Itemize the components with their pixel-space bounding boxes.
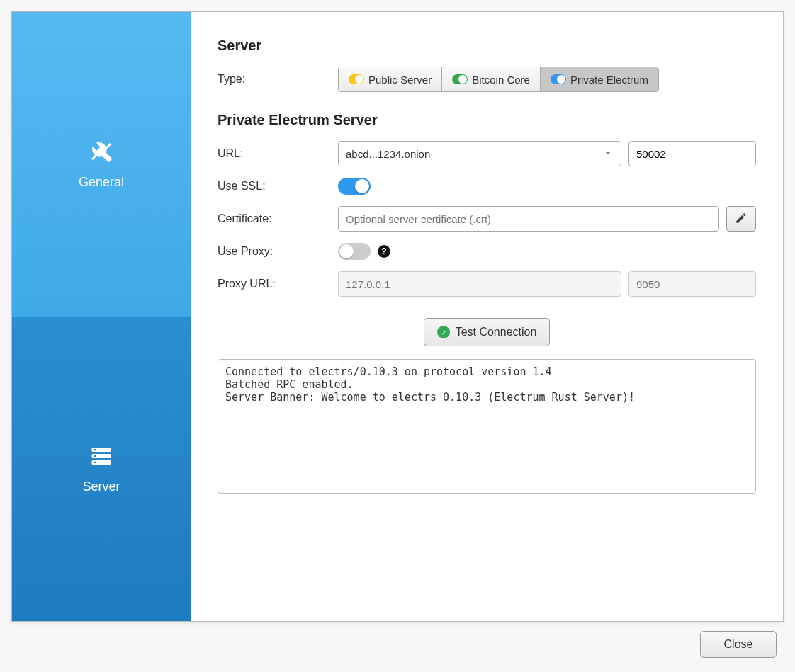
url-combobox[interactable]	[338, 141, 621, 166]
connection-output[interactable]	[218, 359, 756, 494]
sidebar-item-server[interactable]: Server	[12, 317, 191, 621]
svg-point-4	[94, 455, 96, 457]
type-core-label: Bitcoin Core	[472, 74, 530, 86]
help-icon[interactable]: ?	[378, 245, 390, 258]
sidebar-general-label: General	[79, 175, 124, 190]
proxy-url-label: Proxy URL:	[218, 278, 338, 290]
type-public-option[interactable]: Public Server	[339, 67, 442, 91]
type-core-option[interactable]: Bitcoin Core	[442, 67, 541, 91]
private-server-heading: Private Electrum Server	[218, 112, 756, 128]
proxy-toggle[interactable]	[338, 243, 371, 260]
chevron-down-icon	[602, 147, 614, 161]
svg-point-3	[94, 449, 96, 450]
main-panel: Server Type: Public Server Bitcoin Core …	[191, 12, 783, 621]
server-heading: Server	[218, 38, 756, 54]
check-circle-icon	[437, 326, 450, 338]
proxy-url-input	[338, 271, 621, 297]
type-label: Type:	[218, 73, 338, 86]
url-input[interactable]	[346, 148, 602, 160]
private-toggle-icon	[551, 74, 566, 84]
sidebar: General Server	[12, 12, 191, 621]
type-private-option[interactable]: Private Electrum	[541, 67, 658, 91]
certificate-input[interactable]	[338, 206, 719, 232]
type-private-label: Private Electrum	[570, 74, 648, 86]
tools-icon	[89, 139, 114, 166]
server-icon	[89, 443, 114, 471]
close-label: Close	[724, 638, 753, 651]
settings-dialog: General Server Server Type: Public Serve…	[11, 11, 784, 622]
type-public-label: Public Server	[368, 74, 432, 86]
server-type-segmented[interactable]: Public Server Bitcoin Core Private Elect…	[338, 67, 659, 92]
test-connection-label: Test Connection	[456, 326, 537, 338]
svg-point-5	[94, 462, 96, 463]
ssl-label: Use SSL:	[218, 180, 338, 193]
ssl-toggle[interactable]	[338, 178, 371, 195]
close-button[interactable]: Close	[700, 631, 777, 658]
port-input[interactable]	[628, 141, 756, 166]
test-connection-button[interactable]: Test Connection	[424, 318, 551, 346]
certificate-label: Certificate:	[218, 212, 338, 225]
sidebar-server-label: Server	[82, 479, 120, 494]
url-label: URL:	[218, 147, 338, 160]
sidebar-item-general[interactable]: General	[12, 12, 191, 317]
edit-icon	[735, 212, 748, 227]
proxy-label: Use Proxy:	[218, 245, 338, 258]
core-toggle-icon	[452, 74, 468, 84]
certificate-browse-button[interactable]	[726, 206, 756, 232]
proxy-port-input	[628, 271, 756, 297]
public-toggle-icon	[349, 74, 364, 84]
